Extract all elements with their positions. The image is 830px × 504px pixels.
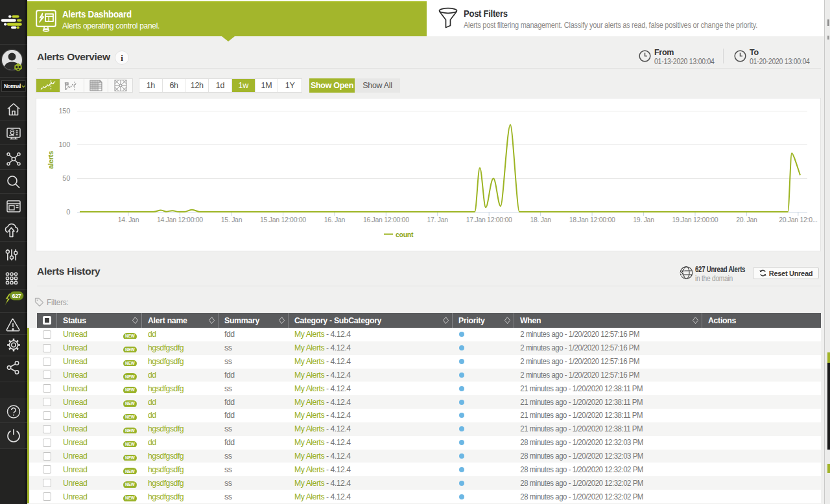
svg-text:15. Jan: 15. Jan (221, 216, 243, 223)
svg-text:100: 100 (59, 141, 71, 148)
svg-text:19.Jan 12:00:00: 19.Jan 12:00:00 (672, 216, 718, 223)
svg-text:17.Jan 12:00:00: 17.Jan 12:00:00 (466, 216, 512, 223)
svg-text:16. Jan: 16. Jan (324, 216, 346, 223)
svg-text:alerts: alerts (47, 151, 54, 169)
svg-text:20. Jan: 20. Jan (736, 216, 757, 223)
svg-text:20.Jan 12:0...: 20.Jan 12:0... (779, 216, 817, 223)
svg-text:16.Jan 12:00:00: 16.Jan 12:00:00 (363, 216, 409, 223)
svg-text:627: 627 (12, 293, 21, 299)
svg-text:18.Jan 12:00:00: 18.Jan 12:00:00 (569, 216, 615, 223)
svg-text:150: 150 (59, 107, 71, 115)
svg-text:17. Jan: 17. Jan (427, 216, 449, 223)
svg-text:19. Jan: 19. Jan (633, 216, 654, 223)
svg-text:0: 0 (66, 208, 70, 216)
svg-text:14.Jan 12:00:00: 14.Jan 12:00:00 (157, 216, 203, 223)
svg-text:15.Jan 12:00:00: 15.Jan 12:00:00 (260, 216, 306, 223)
svg-text:14. Jan: 14. Jan (118, 216, 139, 223)
svg-text:count: count (396, 231, 414, 238)
svg-text:18. Jan: 18. Jan (530, 216, 551, 223)
svg-text:50: 50 (62, 174, 70, 182)
